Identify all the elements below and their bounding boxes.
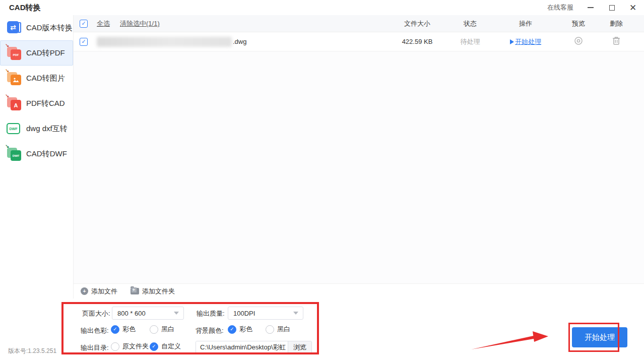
delete-icon[interactable] xyxy=(612,36,620,47)
file-size: 422.59 KB xyxy=(387,38,447,45)
start-process-button[interactable]: 开始处理 xyxy=(572,327,627,347)
radio-unchecked-icon xyxy=(266,325,274,334)
sidebar-item-label: CAD转图片 xyxy=(26,74,65,83)
add-folder-icon xyxy=(131,288,139,294)
table-row: .dwg 422.59 KB 待处理 开始处理 xyxy=(74,32,644,51)
quality-select[interactable]: 100DPI xyxy=(228,307,303,320)
column-header-status: 状态 xyxy=(447,19,493,28)
column-header-action: 操作 xyxy=(493,19,558,28)
background-color-color-radio[interactable]: 彩色 xyxy=(228,325,252,334)
output-color-color-radio[interactable]: 彩色 xyxy=(111,325,136,334)
file-list-panel: 全选 清除选中(1/1) 文件大小 状态 操作 预览 删除 .dwg 422.5… xyxy=(73,15,644,298)
sidebar-item-cad-to-image[interactable]: ↘ CAD转图片 xyxy=(0,66,73,91)
sidebar-item-cad-to-pdf[interactable]: ↘ PDF CAD转PDF xyxy=(0,40,73,66)
close-button[interactable]: ✕ xyxy=(629,4,637,12)
radio-checked-icon xyxy=(150,342,158,351)
output-path-field: 浏览 xyxy=(196,341,312,354)
add-file-icon: + xyxy=(81,287,88,295)
sidebar-item-label: PDF转CAD xyxy=(26,99,65,108)
radio-unchecked-icon xyxy=(150,325,158,334)
row-checkbox[interactable] xyxy=(80,38,88,46)
column-header-size: 文件大小 xyxy=(387,19,447,28)
background-color-bw-radio[interactable]: 黑白 xyxy=(266,325,290,334)
column-header-preview: 预览 xyxy=(558,19,599,28)
add-file-button[interactable]: + 添加文件 xyxy=(81,287,117,296)
list-footer: + 添加文件 添加文件夹 xyxy=(74,283,644,298)
minimize-button[interactable] xyxy=(587,4,595,12)
app-window: CAD转换 在线客服 ✕ ⇄ CAD版本转换 ↘ PDF CAD转PDF xyxy=(0,0,644,359)
quality-label: 输出质量: xyxy=(197,309,225,318)
sidebar-item-label: CAD版本转换 xyxy=(26,23,73,33)
select-all-link[interactable]: 全选 xyxy=(97,19,110,28)
sidebar-item-cad-to-dwf[interactable]: ↘ DWF CAD转DWF xyxy=(0,141,73,166)
swap-icon: ⇄ xyxy=(7,20,22,35)
browse-button[interactable]: 浏览 xyxy=(288,341,311,354)
redacted-filename xyxy=(97,37,232,47)
settings-panel: 页面大小: 800 * 600 输出质量: 100DPI 输出色彩: 彩色 黑白… xyxy=(73,298,644,359)
app-title: CAD转换 xyxy=(9,3,41,13)
file-extension: .dwg xyxy=(233,38,246,45)
sidebar-item-pdf-to-cad[interactable]: ↘ A PDF转CAD xyxy=(0,91,73,116)
start-process-link[interactable]: 开始处理 xyxy=(510,37,541,46)
pdf-icon: ↘ PDF xyxy=(7,45,22,61)
output-dir-custom-radio[interactable]: 自定义 xyxy=(150,342,181,351)
maximize-button[interactable] xyxy=(608,4,616,12)
radio-checked-icon xyxy=(111,325,119,334)
titlebar-controls: 在线客服 ✕ xyxy=(547,0,637,15)
column-header-delete: 删除 xyxy=(599,19,634,28)
output-color-label: 输出色彩: xyxy=(81,326,109,335)
online-service-link[interactable]: 在线客服 xyxy=(547,3,573,12)
sidebar-item-label: dwg dxf互转 xyxy=(26,124,68,134)
output-color-bw-radio[interactable]: 黑白 xyxy=(150,325,174,334)
output-path-input[interactable] xyxy=(196,341,288,353)
page-size-select[interactable]: 800 * 600 xyxy=(112,307,184,320)
file-name-cell: .dwg xyxy=(97,37,387,47)
sidebar-item-cad-version-convert[interactable]: ⇄ CAD版本转换 xyxy=(0,15,73,40)
dwf-outline-icon: DWF xyxy=(7,121,22,136)
sidebar: ⇄ CAD版本转换 ↘ PDF CAD转PDF ↘ CAD转图片 xyxy=(0,15,73,359)
radio-unchecked-icon xyxy=(111,342,119,351)
add-folder-button[interactable]: 添加文件夹 xyxy=(131,287,175,296)
image-icon: ↘ xyxy=(7,71,22,86)
background-color-label: 背景颜色: xyxy=(196,326,224,335)
list-empty-area xyxy=(74,51,644,283)
preview-icon[interactable] xyxy=(574,36,583,47)
sidebar-item-label: CAD转DWF xyxy=(26,149,67,159)
list-header-row: 全选 清除选中(1/1) 文件大小 状态 操作 预览 删除 xyxy=(74,15,644,32)
minimize-icon xyxy=(588,7,594,8)
titlebar: CAD转换 在线客服 ✕ xyxy=(0,0,644,15)
a-doc-icon: ↘ A xyxy=(7,96,22,111)
output-dir-label: 输出目录: xyxy=(81,343,109,352)
radio-checked-icon xyxy=(228,325,236,334)
maximize-icon xyxy=(609,5,615,11)
dwf-icon: ↘ DWF xyxy=(7,146,22,161)
sidebar-item-label: CAD转PDF xyxy=(26,48,65,58)
clear-selected-link[interactable]: 清除选中(1/1) xyxy=(120,19,160,28)
sidebar-item-dwg-dxf-convert[interactable]: DWF dwg dxf互转 xyxy=(0,116,73,141)
chevron-down-icon xyxy=(174,312,179,315)
select-all-checkbox[interactable] xyxy=(80,20,88,28)
status-badge: 待处理 xyxy=(447,37,493,46)
output-dir-source-radio[interactable]: 原文件夹 xyxy=(111,342,149,351)
chevron-down-icon xyxy=(293,312,298,315)
page-size-label: 页面大小: xyxy=(82,309,110,318)
version-label: 版本号:1.23.5.251 xyxy=(8,347,56,355)
play-icon xyxy=(510,39,514,44)
